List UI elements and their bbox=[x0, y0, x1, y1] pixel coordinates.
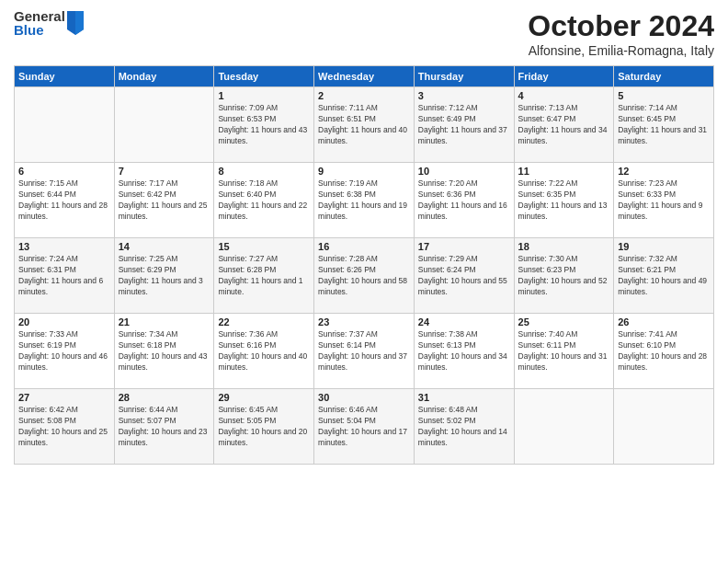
day-cell: 6Sunrise: 7:15 AM Sunset: 6:44 PM Daylig… bbox=[15, 163, 115, 238]
day-info: Sunrise: 7:28 AM Sunset: 6:26 PM Dayligh… bbox=[318, 254, 410, 298]
day-number: 1 bbox=[218, 90, 310, 101]
day-info: Sunrise: 7:33 AM Sunset: 6:19 PM Dayligh… bbox=[18, 329, 110, 373]
day-number: 14 bbox=[119, 241, 210, 252]
day-cell: 12Sunrise: 7:23 AM Sunset: 6:33 PM Dayli… bbox=[614, 163, 714, 238]
day-info: Sunrise: 7:41 AM Sunset: 6:10 PM Dayligh… bbox=[618, 329, 710, 373]
day-number: 6 bbox=[18, 166, 110, 177]
day-info: Sunrise: 7:09 AM Sunset: 6:53 PM Dayligh… bbox=[218, 103, 310, 147]
day-cell bbox=[15, 87, 115, 163]
day-cell: 21Sunrise: 7:34 AM Sunset: 6:18 PM Dayli… bbox=[114, 314, 214, 389]
logo-text: General Blue bbox=[14, 9, 65, 37]
calendar-header: Sunday Monday Tuesday Wednesday Thursday… bbox=[15, 66, 714, 87]
day-number: 11 bbox=[518, 166, 610, 177]
svg-marker-1 bbox=[75, 11, 84, 35]
day-number: 3 bbox=[418, 90, 510, 101]
day-cell: 23Sunrise: 7:37 AM Sunset: 6:14 PM Dayli… bbox=[314, 314, 415, 389]
day-cell: 24Sunrise: 7:38 AM Sunset: 6:13 PM Dayli… bbox=[414, 314, 514, 389]
day-number: 12 bbox=[618, 166, 710, 177]
logo-general: General bbox=[14, 9, 65, 23]
day-cell: 14Sunrise: 7:25 AM Sunset: 6:29 PM Dayli… bbox=[114, 238, 214, 314]
header-row: Sunday Monday Tuesday Wednesday Thursday… bbox=[15, 66, 714, 87]
week-row-3: 20Sunrise: 7:33 AM Sunset: 6:19 PM Dayli… bbox=[15, 314, 714, 389]
day-number: 4 bbox=[518, 90, 610, 101]
day-cell: 4Sunrise: 7:13 AM Sunset: 6:47 PM Daylig… bbox=[514, 87, 614, 163]
day-info: Sunrise: 6:45 AM Sunset: 5:05 PM Dayligh… bbox=[218, 405, 310, 449]
day-info: Sunrise: 7:37 AM Sunset: 6:14 PM Dayligh… bbox=[318, 329, 410, 373]
day-cell: 27Sunrise: 6:42 AM Sunset: 5:08 PM Dayli… bbox=[15, 389, 115, 465]
day-info: Sunrise: 7:25 AM Sunset: 6:29 PM Dayligh… bbox=[119, 254, 210, 298]
week-row-2: 13Sunrise: 7:24 AM Sunset: 6:31 PM Dayli… bbox=[15, 238, 714, 314]
day-cell bbox=[114, 87, 214, 163]
day-info: Sunrise: 6:46 AM Sunset: 5:04 PM Dayligh… bbox=[318, 405, 410, 449]
day-cell: 2Sunrise: 7:11 AM Sunset: 6:51 PM Daylig… bbox=[314, 87, 415, 163]
day-number: 25 bbox=[518, 316, 610, 327]
day-cell bbox=[514, 389, 614, 465]
day-number: 9 bbox=[318, 166, 410, 177]
day-number: 7 bbox=[119, 166, 210, 177]
page: General Blue October 2024 Alfonsine, Emi… bbox=[0, 0, 728, 563]
day-number: 31 bbox=[418, 392, 510, 403]
day-info: Sunrise: 7:19 AM Sunset: 6:38 PM Dayligh… bbox=[318, 178, 410, 223]
day-cell: 16Sunrise: 7:28 AM Sunset: 6:26 PM Dayli… bbox=[314, 238, 415, 314]
day-cell: 26Sunrise: 7:41 AM Sunset: 6:10 PM Dayli… bbox=[614, 314, 714, 389]
col-friday: Friday bbox=[514, 66, 614, 87]
day-cell: 17Sunrise: 7:29 AM Sunset: 6:24 PM Dayli… bbox=[414, 238, 514, 314]
day-cell: 13Sunrise: 7:24 AM Sunset: 6:31 PM Dayli… bbox=[15, 238, 115, 314]
day-cell: 9Sunrise: 7:19 AM Sunset: 6:38 PM Daylig… bbox=[314, 163, 415, 238]
day-number: 21 bbox=[119, 316, 210, 327]
day-info: Sunrise: 7:34 AM Sunset: 6:18 PM Dayligh… bbox=[119, 329, 210, 373]
day-info: Sunrise: 7:24 AM Sunset: 6:31 PM Dayligh… bbox=[18, 254, 110, 298]
day-cell: 1Sunrise: 7:09 AM Sunset: 6:53 PM Daylig… bbox=[214, 87, 314, 163]
day-info: Sunrise: 7:40 AM Sunset: 6:11 PM Dayligh… bbox=[518, 329, 610, 373]
day-info: Sunrise: 7:22 AM Sunset: 6:35 PM Dayligh… bbox=[518, 178, 610, 223]
day-info: Sunrise: 7:38 AM Sunset: 6:13 PM Dayligh… bbox=[418, 329, 510, 373]
calendar-body: 1Sunrise: 7:09 AM Sunset: 6:53 PM Daylig… bbox=[15, 87, 714, 465]
day-number: 22 bbox=[218, 316, 310, 327]
day-number: 30 bbox=[318, 392, 410, 403]
day-info: Sunrise: 7:20 AM Sunset: 6:36 PM Dayligh… bbox=[418, 178, 510, 223]
day-cell: 31Sunrise: 6:48 AM Sunset: 5:02 PM Dayli… bbox=[414, 389, 514, 465]
day-cell: 7Sunrise: 7:17 AM Sunset: 6:42 PM Daylig… bbox=[114, 163, 214, 238]
day-info: Sunrise: 7:13 AM Sunset: 6:47 PM Dayligh… bbox=[518, 103, 610, 147]
day-number: 8 bbox=[218, 166, 310, 177]
logo-blue: Blue bbox=[14, 23, 65, 37]
day-number: 28 bbox=[119, 392, 210, 403]
day-info: Sunrise: 7:17 AM Sunset: 6:42 PM Dayligh… bbox=[119, 178, 210, 223]
day-info: Sunrise: 7:15 AM Sunset: 6:44 PM Dayligh… bbox=[18, 178, 110, 223]
day-info: Sunrise: 6:44 AM Sunset: 5:07 PM Dayligh… bbox=[119, 405, 210, 449]
day-cell: 19Sunrise: 7:32 AM Sunset: 6:21 PM Dayli… bbox=[614, 238, 714, 314]
col-tuesday: Tuesday bbox=[214, 66, 314, 87]
day-info: Sunrise: 6:48 AM Sunset: 5:02 PM Dayligh… bbox=[418, 405, 510, 449]
month-title: October 2024 bbox=[528, 9, 714, 43]
day-number: 19 bbox=[618, 241, 710, 252]
day-cell: 10Sunrise: 7:20 AM Sunset: 6:36 PM Dayli… bbox=[414, 163, 514, 238]
day-number: 18 bbox=[518, 241, 610, 252]
day-info: Sunrise: 7:32 AM Sunset: 6:21 PM Dayligh… bbox=[618, 254, 710, 298]
day-number: 24 bbox=[418, 316, 510, 327]
day-number: 16 bbox=[318, 241, 410, 252]
logo-icon bbox=[65, 11, 85, 35]
day-number: 23 bbox=[318, 316, 410, 327]
col-wednesday: Wednesday bbox=[314, 66, 415, 87]
day-number: 20 bbox=[18, 316, 110, 327]
location: Alfonsine, Emilia-Romagna, Italy bbox=[528, 43, 714, 58]
day-info: Sunrise: 7:36 AM Sunset: 6:16 PM Dayligh… bbox=[218, 329, 310, 373]
calendar: Sunday Monday Tuesday Wednesday Thursday… bbox=[14, 65, 714, 465]
col-monday: Monday bbox=[114, 66, 214, 87]
day-cell: 25Sunrise: 7:40 AM Sunset: 6:11 PM Dayli… bbox=[514, 314, 614, 389]
day-info: Sunrise: 7:30 AM Sunset: 6:23 PM Dayligh… bbox=[518, 254, 610, 298]
day-info: Sunrise: 7:29 AM Sunset: 6:24 PM Dayligh… bbox=[418, 254, 510, 298]
week-row-1: 6Sunrise: 7:15 AM Sunset: 6:44 PM Daylig… bbox=[15, 163, 714, 238]
day-number: 29 bbox=[218, 392, 310, 403]
day-cell: 20Sunrise: 7:33 AM Sunset: 6:19 PM Dayli… bbox=[15, 314, 115, 389]
day-number: 13 bbox=[18, 241, 110, 252]
day-info: Sunrise: 7:18 AM Sunset: 6:40 PM Dayligh… bbox=[218, 178, 310, 223]
day-info: Sunrise: 7:12 AM Sunset: 6:49 PM Dayligh… bbox=[418, 103, 510, 147]
day-number: 5 bbox=[618, 90, 710, 101]
header: General Blue October 2024 Alfonsine, Emi… bbox=[14, 9, 714, 58]
day-info: Sunrise: 7:27 AM Sunset: 6:28 PM Dayligh… bbox=[218, 254, 310, 298]
week-row-0: 1Sunrise: 7:09 AM Sunset: 6:53 PM Daylig… bbox=[15, 87, 714, 163]
day-cell: 30Sunrise: 6:46 AM Sunset: 5:04 PM Dayli… bbox=[314, 389, 415, 465]
day-cell: 28Sunrise: 6:44 AM Sunset: 5:07 PM Dayli… bbox=[114, 389, 214, 465]
day-number: 26 bbox=[618, 316, 710, 327]
